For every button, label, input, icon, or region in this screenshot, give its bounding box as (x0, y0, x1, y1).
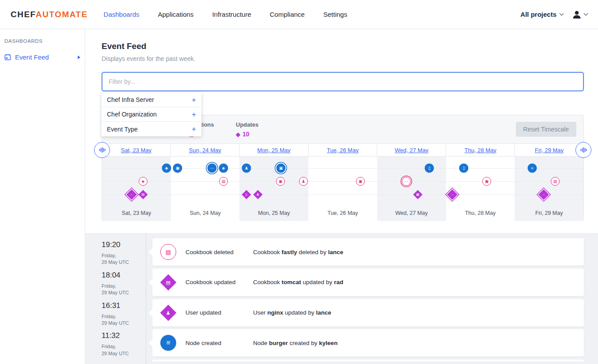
node-created-icon: ≡ (160, 335, 176, 351)
book-icon: ▤ (222, 180, 226, 184)
event-card[interactable]: ▤ Cookbook deleted Cookbook fastly delet… (152, 238, 584, 266)
timeline-marker-create-person[interactable]: ♟ (242, 164, 251, 173)
timeline-marker-create-layers[interactable]: ◈ (162, 164, 171, 173)
cookbook-deleted-icon: ▤ (160, 244, 176, 260)
day-column: Thu, 28 May (446, 157, 515, 221)
event-card[interactable]: ▤ Cookbook updated Cookbook tomcat updat… (152, 269, 584, 296)
timeline-marker-delete-ellipsis[interactable]: ⋯ (402, 177, 411, 186)
timescale-slider-icon (98, 146, 106, 154)
timeline-marker-create-layers[interactable]: ◈ (219, 164, 228, 173)
date-link[interactable]: Mon, 25 May (257, 147, 291, 154)
page-title: Event Feed (102, 41, 584, 51)
expand-arrow-icon[interactable] (78, 56, 80, 59)
node-icon: ▯ (463, 166, 465, 170)
bag-icon: ▣ (176, 166, 180, 170)
date-link[interactable]: Sat, 23 May (121, 147, 151, 154)
date-footer-label: Sat, 23 May (102, 210, 171, 216)
day-column: Tue, 26 May (308, 157, 377, 221)
timeline-marker-create-node[interactable]: ▯ (425, 164, 434, 173)
filter-input[interactable] (102, 72, 584, 91)
timeline-marker-delete-bag[interactable]: ▣ (276, 177, 285, 186)
date-link[interactable]: Fri, 29 May (535, 147, 564, 154)
nav-right: All projects (520, 10, 587, 19)
timeline-marker-create-list[interactable]: ≡ (528, 164, 537, 173)
filter-option-label: Chef Infra Server (107, 96, 154, 103)
updates-diamond-icon: ◆ (236, 131, 240, 137)
plus-icon[interactable]: + (192, 111, 196, 118)
stat-updates-value: 10 (242, 131, 250, 138)
date-header-cell: Mon, 25 May (239, 144, 308, 156)
calendar-icon (4, 54, 11, 60)
timeline-marker-delete-person[interactable]: ♟ (299, 177, 308, 186)
timeline-marker-create-ellipsis[interactable]: ⋯ (208, 164, 217, 173)
nav-item-infrastructure[interactable]: Infrastructure (212, 11, 251, 18)
filter-option-chef-organization[interactable]: Chef Organization + (102, 107, 201, 122)
event-type-label: User updated (185, 309, 253, 316)
date-header-cell: Sat, 23 May (102, 144, 170, 156)
list-icon: ≡ (531, 166, 533, 170)
event-time-value: 16:31 (102, 301, 146, 310)
timeline-marker-delete-book[interactable]: ▤ (551, 177, 560, 186)
timeline-scroll-left-button[interactable] (94, 142, 110, 158)
event-time: 18:04 Friday, 29 May UTC (102, 269, 146, 296)
timeline-marker-delete-bag[interactable]: ▣ (356, 177, 365, 186)
user-menu[interactable] (572, 10, 587, 19)
nav-item-applications[interactable]: Applications (158, 11, 193, 18)
node-icon: ▯ (246, 193, 247, 196)
event-card[interactable]: ≡ Node created Node burger created by ky… (152, 329, 584, 356)
person-icon: ♟ (245, 166, 248, 170)
event-card[interactable]: ♟ User updated User nginx updated by lan… (152, 299, 584, 326)
event-time-value: 11:32 (102, 331, 146, 340)
date-link[interactable]: Tue, 26 May (327, 147, 359, 154)
timeline-marker-delete-layers[interactable]: ◈ (139, 177, 148, 186)
date-link[interactable]: Wed, 27 May (395, 147, 428, 154)
nav-item-compliance[interactable]: Compliance (270, 11, 305, 18)
filter-option-chef-infra-server[interactable]: Chef Infra Server + (102, 93, 201, 107)
timeline-date-header: Sat, 23 May Sun, 24 May Mon, 25 May Tue,… (102, 143, 583, 157)
date-footer-label: Tue, 26 May (308, 210, 377, 216)
date-header-cell: Fri, 29 May (515, 144, 583, 156)
timeline-marker-create-bag[interactable]: ▣ (173, 164, 182, 173)
event-type-label: Cookbook updated (185, 279, 253, 285)
event-type-label: Cookbook deleted (185, 249, 253, 255)
gridline (102, 195, 583, 195)
plus-icon[interactable]: + (192, 125, 196, 133)
timeline-scroll-right-button[interactable] (575, 142, 591, 158)
ellipsis-icon: ⋯ (130, 193, 133, 196)
date-link[interactable]: Thu, 28 May (465, 147, 496, 154)
nav-item-dashboards[interactable]: Dashboards (104, 11, 140, 18)
gridline (102, 181, 583, 182)
event-time: 11:32 Friday, 29 May UTC (102, 329, 146, 357)
nav-item-settings[interactable]: Settings (323, 11, 347, 18)
plus-icon[interactable]: + (192, 96, 196, 104)
person-icon: ♟ (302, 180, 305, 184)
date-header-cell: Wed, 27 May (377, 144, 446, 156)
chef-automate-logo: CHEFAUTOMATE (11, 10, 88, 19)
date-link[interactable]: Sun, 24 May (189, 147, 221, 154)
timeline-marker-create-node[interactable]: ▯ (459, 164, 469, 173)
event-time-value: 19:20 (102, 240, 146, 249)
timeline-marker-create-bag[interactable]: ▣ (276, 164, 286, 173)
reset-timescale-button[interactable]: Reset Timescale (516, 122, 576, 137)
sidebar: DASHBOARDS Event Feed (0, 29, 85, 364)
bag-icon: ▣ (279, 166, 283, 170)
day-column: Sat, 23 May (102, 157, 171, 221)
date-footer-label: Thu, 28 May (446, 210, 515, 216)
timeline-marker-delete-book[interactable]: ▤ (219, 177, 228, 186)
event-time: 19:20 Friday, 29 May UTC (102, 238, 146, 266)
filter-option-label: Chef Organization (107, 111, 157, 118)
timeline-marker-delete-bag[interactable]: ▣ (482, 177, 491, 186)
layers-icon: ◈ (222, 166, 225, 170)
stat-updates-label: Updates (236, 121, 258, 128)
event-entity: fastly (282, 249, 297, 255)
filter-option-event-type[interactable]: Event Type + (102, 122, 201, 136)
event-user: lance (316, 309, 332, 316)
event-time-value: 18:04 (102, 271, 146, 280)
day-column: Fri, 29 May (515, 157, 583, 221)
event-date: Friday, 29 May UTC (102, 313, 146, 327)
stat-updates-count: ◆ 10 (236, 131, 258, 138)
sidebar-item-event-feed[interactable]: Event Feed (0, 51, 85, 64)
event-type-label: Node created (185, 340, 253, 346)
page-subtitle: Displays events for the past week. (102, 55, 584, 62)
projects-filter-dropdown[interactable]: All projects (520, 11, 563, 18)
